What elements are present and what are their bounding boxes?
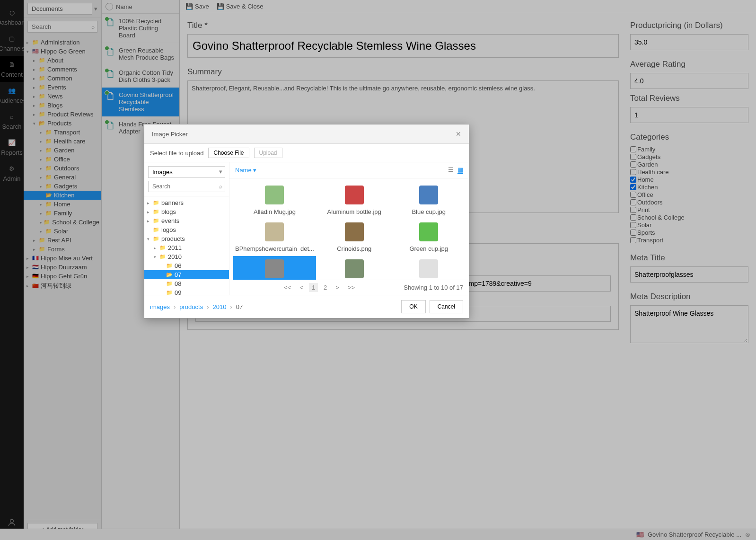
- tree-node[interactable]: 📂07: [144, 270, 229, 279]
- pager-prev[interactable]: <: [297, 283, 306, 292]
- sort-button[interactable]: Name ▾: [235, 167, 256, 174]
- pager-last[interactable]: >>: [345, 283, 358, 292]
- breadcrumb-item[interactable]: products: [179, 303, 203, 310]
- thumb-image: [414, 258, 443, 279]
- grid-view-icon[interactable]: ▦: [457, 166, 463, 174]
- tree-node[interactable]: ▸📁events: [144, 216, 229, 225]
- breadcrumb-item: 07: [236, 303, 243, 310]
- pager-info: Showing 1 to 10 of 17: [404, 284, 463, 291]
- thumbnail[interactable]: BPhempshowercurtain_det...: [233, 219, 316, 254]
- thumbnail[interactable]: Crinoids.png: [318, 219, 391, 254]
- thumb-image: [414, 184, 443, 205]
- thumb-image: [340, 258, 369, 279]
- thumb-image: [260, 221, 289, 242]
- thumb-image: [340, 221, 369, 242]
- pager-first[interactable]: <<: [281, 283, 294, 292]
- thumbnail-grid: Alladin Mug.jpgAluminum bottle.jpgBlue c…: [229, 178, 469, 280]
- thumb-image: [414, 221, 443, 242]
- asset-type-select[interactable]: Images: [148, 166, 225, 178]
- tree-node[interactable]: 📁09: [144, 288, 229, 295]
- close-icon[interactable]: ✕: [456, 130, 461, 138]
- thumbnail[interactable]: Blue cup.jpg: [392, 182, 465, 217]
- tree-node[interactable]: ▸📁banners: [144, 198, 229, 207]
- thumbnail[interactable]: [318, 256, 391, 280]
- ok-button[interactable]: OK: [401, 300, 425, 313]
- image-picker-modal: Image Picker ✕ Select file to upload Cho…: [144, 124, 469, 319]
- breadcrumb-item[interactable]: 2010: [212, 303, 226, 310]
- modal-title: Image Picker: [152, 131, 188, 138]
- tree-node[interactable]: 📁08: [144, 279, 229, 288]
- pager-page-1[interactable]: 1: [309, 283, 318, 292]
- upload-button[interactable]: Upload: [254, 148, 282, 158]
- tree-node[interactable]: 📁logos: [144, 225, 229, 234]
- cancel-button[interactable]: Cancel: [430, 300, 463, 313]
- thumb-image: [340, 184, 369, 205]
- search-icon: ⌕: [219, 183, 222, 190]
- tree-node[interactable]: ▾📁products: [144, 234, 229, 243]
- breadcrumb: images›products›2010›07: [150, 303, 243, 310]
- tree-node[interactable]: 📁06: [144, 261, 229, 270]
- thumbnail[interactable]: [392, 256, 465, 280]
- thumbnail[interactable]: [233, 256, 316, 280]
- thumbnail[interactable]: Alladin Mug.jpg: [233, 182, 316, 217]
- thumbnail[interactable]: Aluminum bottle.jpg: [318, 182, 391, 217]
- tree-node[interactable]: ▾📁2010: [144, 252, 229, 261]
- chevron-down-icon: ▾: [219, 168, 222, 175]
- pager-page-2[interactable]: 2: [321, 283, 330, 292]
- image-folder-tree: ▸📁banners▸📁blogs▸📁events📁logos▾📁products…: [144, 196, 229, 295]
- breadcrumb-item[interactable]: images: [150, 303, 170, 310]
- list-view-icon[interactable]: ☰: [448, 166, 454, 174]
- thumb-image: [260, 184, 289, 205]
- choose-file-button[interactable]: Choose File: [208, 148, 249, 158]
- tree-node[interactable]: ▸📁2011: [144, 243, 229, 252]
- image-search-input[interactable]: [148, 181, 225, 192]
- thumb-image: [260, 258, 289, 279]
- upload-label: Select file to upload: [150, 150, 203, 157]
- pager-next[interactable]: >: [333, 283, 342, 292]
- thumbnail[interactable]: Green cup.jpg: [392, 219, 465, 254]
- tree-node[interactable]: ▸📁blogs: [144, 207, 229, 216]
